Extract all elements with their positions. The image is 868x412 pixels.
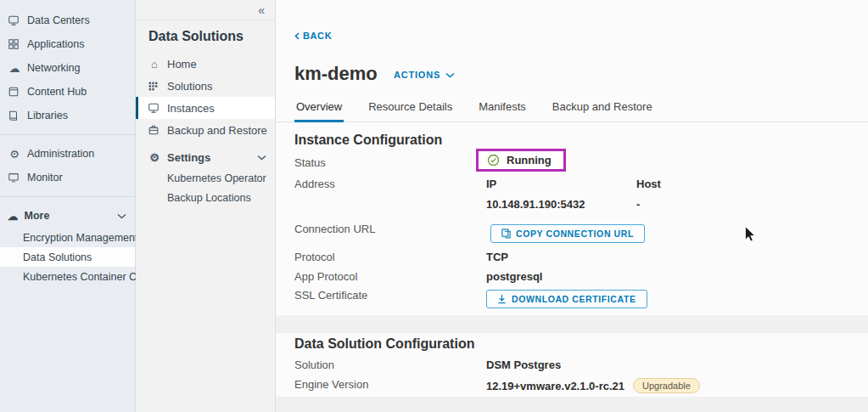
address-label: Address: [294, 178, 335, 190]
app-protocol-value: postgresql: [486, 270, 542, 283]
download-icon: [497, 294, 507, 304]
panel-item-label: Backup and Restore: [167, 124, 267, 137]
tab-backup-and-restore[interactable]: Backup and Restore: [551, 100, 654, 121]
panel-header: «: [136, 0, 275, 20]
copy-icon: [501, 229, 511, 239]
sidebar-more-label: More: [25, 210, 118, 222]
backup-restore-icon: [148, 124, 161, 136]
tab-manifests[interactable]: Manifests: [477, 100, 528, 121]
chevron-down-icon: [257, 155, 266, 161]
panel-item-settings[interactable]: ⚙ Settings: [136, 146, 275, 168]
sidebar-item-applications[interactable]: Applications: [0, 32, 135, 56]
back-label: BACK: [303, 31, 332, 41]
back-link[interactable]: BACK: [294, 31, 332, 41]
status-highlight-annotation: Running: [476, 149, 566, 172]
mouse-cursor: [744, 226, 756, 246]
panel-item-backup-and-restore[interactable]: Backup and Restore: [136, 119, 275, 141]
chevron-down-icon: [445, 72, 455, 78]
cloud-icon: ☁: [8, 210, 19, 223]
sidebar-item-label: Applications: [27, 38, 84, 50]
copy-button-label: COPY CONNECTION URL: [516, 229, 634, 239]
protocol-value: TCP: [486, 251, 508, 263]
collapse-panel-icon[interactable]: «: [258, 3, 265, 17]
data-solutions-panel: « Data Solutions ⌂ Home Solutions Instan…: [136, 0, 276, 412]
networking-cloud-icon: ☁: [8, 62, 21, 75]
copy-connection-url-button[interactable]: COPY CONNECTION URL: [490, 224, 645, 243]
sidebar-item-more[interactable]: ☁ More: [0, 204, 135, 228]
sidebar-item-label: Monitor: [27, 172, 63, 183]
connection-url-label: Connection URL: [294, 223, 375, 235]
ip-value: 10.148.91.190:5432: [486, 198, 585, 211]
data-solution-configuration-heading: Data Solution Configuration: [294, 336, 474, 352]
panel-item-kubernetes-operator[interactable]: Kubernetes Operator: [136, 168, 275, 188]
protocol-label: Protocol: [294, 251, 335, 263]
sidebar-divider: [0, 134, 135, 135]
host-column-header: Host: [636, 178, 661, 190]
panel-title: Data Solutions: [136, 20, 275, 53]
ip-column-header: IP: [486, 178, 496, 190]
primary-sidebar: Data Centers Applications ☁ Networking C…: [0, 0, 136, 412]
ssl-certificate-label: SSL Certificate: [294, 289, 367, 302]
instance-configuration-heading: Instance Configuration: [294, 133, 442, 148]
app-window: Data Centers Applications ☁ Networking C…: [0, 0, 868, 412]
content-hub-icon: [8, 86, 21, 98]
tab-overview[interactable]: Overview: [294, 100, 344, 122]
page-title: km-demo: [294, 63, 378, 85]
sidebar-item-networking[interactable]: ☁ Networking: [0, 56, 135, 80]
sidebar-item-label: Content Hub: [27, 86, 87, 98]
check-circle-icon: [487, 154, 500, 166]
applications-icon: [8, 38, 21, 50]
monitor-icon: [8, 172, 21, 183]
sidebar-item-label: Administration: [27, 148, 94, 160]
sidebar-item-label: Encryption Management: [23, 232, 138, 244]
actions-dropdown-button[interactable]: ACTIONS: [394, 70, 455, 80]
panel-item-solutions[interactable]: Solutions: [136, 75, 275, 97]
sidebar-item-encryption-management[interactable]: Encryption Management: [0, 228, 135, 247]
data-centers-icon: [8, 14, 21, 26]
chevron-down-icon: [117, 213, 126, 219]
section-separator: [276, 315, 868, 333]
engine-version-label: Engine Version: [294, 378, 368, 391]
main-content: BACK km-demo ACTIONS Overview Resource D…: [276, 0, 868, 412]
sidebar-item-libraries[interactable]: Libraries: [0, 104, 135, 127]
app-protocol-label: App Protocol: [294, 270, 357, 283]
panel-item-label: Backup Locations: [167, 192, 251, 204]
instances-icon: [148, 102, 161, 114]
panel-item-instances[interactable]: Instances: [136, 97, 275, 119]
panel-item-label: Solutions: [167, 80, 212, 93]
upgradable-badge: Upgradable: [633, 378, 700, 393]
panel-item-label: Kubernetes Operator: [167, 172, 266, 184]
engine-version-text: 12.19+vmware.v2.1.0-rc.21: [486, 380, 624, 392]
status-label: Status: [294, 156, 326, 169]
host-value: -: [636, 198, 640, 211]
panel-item-label: Home: [167, 58, 197, 71]
tab-bar: Overview Resource Details Manifests Back…: [276, 100, 868, 122]
actions-label: ACTIONS: [394, 70, 440, 80]
panel-item-backup-locations[interactable]: Backup Locations: [136, 188, 275, 207]
download-button-label: DOWNLOAD CERTIFICATE: [512, 294, 636, 304]
sidebar-item-data-centers[interactable]: Data Centers: [0, 8, 135, 32]
gear-icon: ⚙: [148, 151, 161, 164]
sidebar-item-monitor[interactable]: Monitor: [0, 166, 135, 189]
sidebar-item-label: Data Solutions: [23, 251, 92, 263]
grid-dots-icon: [148, 81, 161, 92]
engine-version-value: 12.19+vmware.v2.1.0-rc.21Upgradable: [486, 378, 700, 393]
panel-item-home[interactable]: ⌂ Home: [136, 53, 275, 75]
tab-resource-details[interactable]: Resource Details: [367, 100, 454, 121]
sidebar-item-content-hub[interactable]: Content Hub: [0, 80, 135, 104]
panel-item-label: Instances: [167, 102, 215, 115]
download-certificate-button[interactable]: DOWNLOAD CERTIFICATE: [486, 290, 647, 308]
chevron-left-icon: [294, 32, 300, 40]
status-badge: Running: [507, 154, 552, 166]
gear-icon: ⚙: [8, 148, 21, 161]
panel-settings-label: Settings: [167, 151, 257, 164]
sidebar-item-kubernetes-container-clusters[interactable]: Kubernetes Container Clust...: [0, 267, 135, 286]
solution-value: DSM Postgres: [486, 358, 561, 371]
sidebar-item-administration[interactable]: ⚙ Administration: [0, 142, 135, 166]
bottom-separator: [276, 397, 868, 412]
sidebar-divider: [0, 196, 135, 197]
sidebar-item-data-solutions[interactable]: Data Solutions: [0, 247, 135, 267]
libraries-book-icon: [8, 110, 21, 121]
sidebar-item-label: Data Centers: [27, 14, 90, 26]
sidebar-item-label: Libraries: [27, 110, 68, 121]
